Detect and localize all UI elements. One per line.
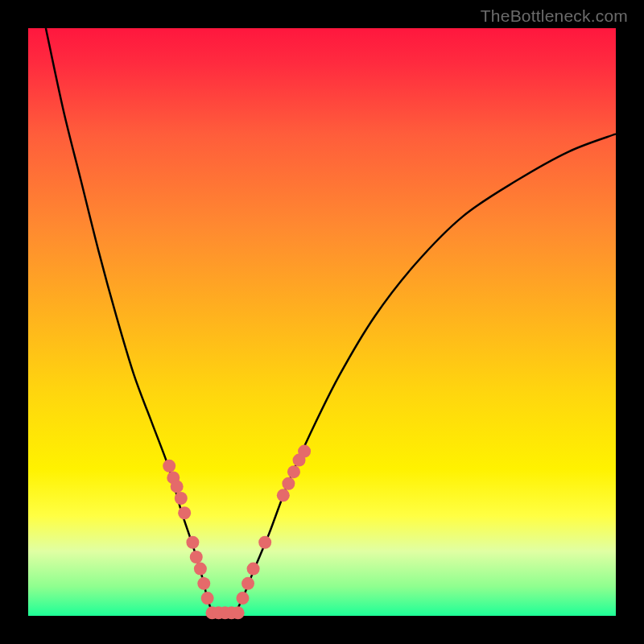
data-point (258, 536, 271, 549)
curve-layer (46, 28, 616, 616)
plot-area (28, 28, 616, 616)
data-point (282, 477, 295, 490)
data-point (178, 506, 191, 519)
data-point (163, 460, 175, 473)
data-point (194, 563, 207, 576)
data-point (190, 551, 203, 564)
data-point (186, 536, 199, 549)
data-point (232, 606, 245, 619)
data-point (201, 592, 214, 605)
curve-left-curve (46, 28, 213, 616)
chart-svg (28, 28, 616, 616)
curve-right-curve (234, 134, 617, 616)
chart-frame: TheBottleneck.com (0, 0, 644, 644)
data-point (171, 480, 184, 493)
data-point (247, 563, 260, 576)
data-point (197, 577, 210, 590)
data-point (242, 577, 254, 590)
watermark: TheBottleneck.com (481, 6, 628, 26)
data-point (277, 489, 290, 502)
data-point (287, 465, 300, 478)
data-point (236, 592, 249, 605)
data-point (298, 445, 311, 458)
points-layer (163, 445, 311, 620)
data-point (175, 492, 188, 505)
